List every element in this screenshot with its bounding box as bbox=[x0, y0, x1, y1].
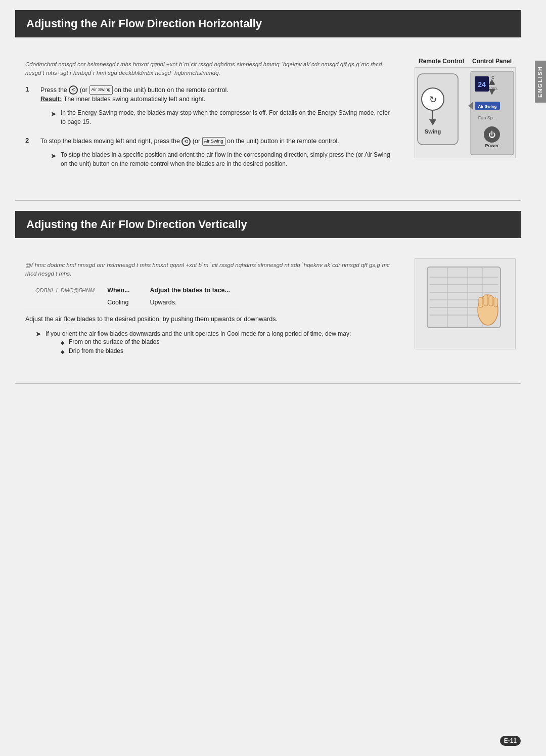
airswing-btn-inline-2: Air Swing bbox=[202, 137, 225, 146]
section-divider-2 bbox=[15, 383, 521, 384]
svg-rect-32 bbox=[479, 297, 483, 307]
panel-labels: Remote Control Control Panel bbox=[415, 58, 516, 65]
bullet-diamond-2: ◆ bbox=[61, 349, 65, 354]
language-tab: ENGLISH bbox=[535, 61, 546, 103]
note-arrow-1: ➤ bbox=[51, 109, 57, 126]
bullet-list: ◆ From on the surface of the blades ◆ Dr… bbox=[61, 338, 351, 354]
step-2-num: 2 bbox=[25, 137, 33, 172]
table-row-cooling: Cooling Upwards. bbox=[25, 296, 240, 309]
table-col-adjust: Adjust the blades to face... bbox=[140, 284, 240, 296]
ac-unit-area bbox=[410, 253, 521, 369]
svg-text:Air Swing: Air Swing bbox=[478, 104, 497, 109]
svg-text:°C: °C bbox=[490, 75, 494, 80]
warning-text: If you orient the air flow blades downwa… bbox=[46, 330, 351, 337]
table-adjust-cooling: Upwards. bbox=[140, 296, 240, 309]
remote-control-label: Remote Control bbox=[419, 58, 464, 65]
swing-icon-inline-2: ⟲ bbox=[181, 137, 191, 146]
note-2: ➤ To stop the blades in a specific posit… bbox=[51, 150, 394, 168]
bullet-item-2: ◆ Drip from the blades bbox=[61, 347, 351, 354]
svg-rect-34 bbox=[489, 296, 493, 306]
svg-rect-35 bbox=[494, 298, 497, 307]
vertical-text-area: @f`hmc dodmc hmf nmsgd onr hslmnesgd t m… bbox=[15, 253, 399, 369]
warning-arrow: ➤ bbox=[35, 330, 41, 357]
svg-text:⏻: ⏻ bbox=[488, 130, 495, 139]
table-intro-label: QDBNL L DMC@5HNM bbox=[25, 284, 97, 296]
note-1: ➤ In the Energy Saving mode, the blades … bbox=[51, 108, 394, 126]
step-2: 2 To stop the blades moving left and rig… bbox=[25, 137, 394, 172]
step-1-text: Press the ⟲ (or Air Swing on the unit) b… bbox=[40, 85, 394, 131]
horizontal-section: Adjusting the Air Flow Direction Horizon… bbox=[15, 10, 521, 185]
horizontal-content: Cdodmchmf nmsgd onr hslmnesgd t mhs hmxn… bbox=[15, 53, 521, 185]
bullet-diamond-1: ◆ bbox=[61, 340, 65, 345]
remote-svg: ↻ Swing Temp. bbox=[415, 69, 515, 157]
note-text-1: In the Energy Saving mode, the blades ma… bbox=[61, 108, 394, 126]
control-panel-label: Control Panel bbox=[472, 58, 512, 65]
ac-unit-image-box bbox=[415, 258, 516, 349]
svg-rect-33 bbox=[484, 295, 488, 306]
result-label-1: Result: bbox=[40, 96, 62, 103]
result-text-1: The inner blades swing automatically lef… bbox=[64, 96, 206, 103]
horizontal-intro: Cdodmchmf nmsgd onr hslmnesgd t mhs hmxn… bbox=[25, 60, 394, 78]
warning-content: If you orient the air flow blades downwa… bbox=[46, 329, 351, 357]
airswing-btn-inline-1: Air Swing bbox=[89, 85, 113, 95]
svg-text:24: 24 bbox=[478, 80, 486, 88]
table-col-when: When... bbox=[97, 284, 140, 296]
blade-direction-table: QDBNL L DMC@5HNM When... Adjust the blad… bbox=[25, 284, 240, 309]
vertical-section: Adjusting the Air Flow Direction Vertica… bbox=[15, 211, 521, 369]
bullet-item-1: ◆ From on the surface of the blades bbox=[61, 338, 351, 345]
svg-text:Fan Sp...: Fan Sp... bbox=[478, 115, 497, 120]
vertical-intro: @f`hmc dodmc hmf nmsgd onr hslmnesgd t m… bbox=[25, 261, 394, 279]
section-divider-1 bbox=[15, 200, 521, 201]
svg-text:Swing: Swing bbox=[425, 128, 441, 135]
remote-panel-area: Remote Control Control Panel ↻ bbox=[410, 53, 521, 185]
vertical-bottom-text: Adjust the air flow blades to the desire… bbox=[25, 314, 394, 324]
swing-icon-inline: ⟲ bbox=[69, 85, 78, 95]
step-2-text: To stop the blades moving left and right… bbox=[40, 137, 394, 172]
svg-text:↻: ↻ bbox=[429, 95, 437, 105]
note-arrow-2: ➤ bbox=[51, 151, 57, 168]
ac-unit-svg bbox=[417, 259, 513, 348]
bullet-text-2: Drip from the blades bbox=[69, 347, 123, 354]
step-1: 1 Press the ⟲ (or Air Swing on the unit)… bbox=[25, 85, 394, 131]
remote-image-box: ↻ Swing Temp. bbox=[415, 67, 516, 158]
bullet-text-1: From on the surface of the blades bbox=[69, 338, 159, 345]
svg-text:Hr.: Hr. bbox=[490, 80, 495, 85]
horizontal-text-area: Cdodmchmf nmsgd onr hslmnesgd t mhs hmxn… bbox=[15, 53, 399, 185]
horizontal-title: Adjusting the Air Flow Direction Horizon… bbox=[16, 11, 520, 36]
note-text-2: To stop the blades in a specific positio… bbox=[61, 150, 394, 168]
table-when-cooling: Cooling bbox=[97, 296, 140, 309]
page-number: E-11 bbox=[500, 736, 521, 746]
step-1-num: 1 bbox=[25, 85, 33, 131]
table-row-label-empty bbox=[25, 296, 97, 309]
svg-text:Power: Power bbox=[485, 143, 499, 148]
horizontal-title-box: Adjusting the Air Flow Direction Horizon… bbox=[15, 10, 521, 37]
language-label: ENGLISH bbox=[537, 66, 543, 98]
vertical-warning: ➤ If you orient the air flow blades down… bbox=[35, 329, 394, 357]
vertical-title-box: Adjusting the Air Flow Direction Vertica… bbox=[15, 211, 521, 238]
vertical-title: Adjusting the Air Flow Direction Vertica… bbox=[16, 212, 520, 237]
vertical-content: @f`hmc dodmc hmf nmsgd onr hslmnesgd t m… bbox=[15, 253, 521, 369]
